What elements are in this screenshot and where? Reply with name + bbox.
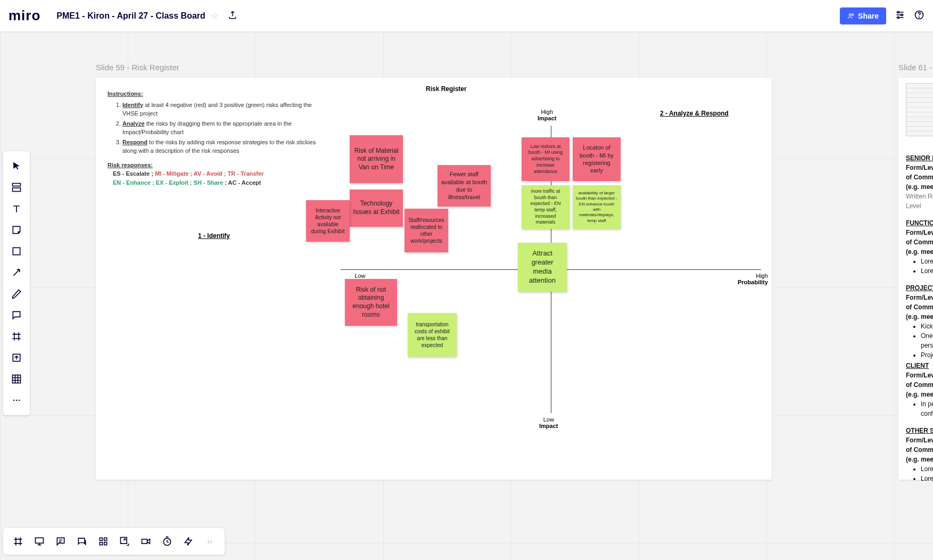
svg-point-3 xyxy=(901,14,903,15)
chat-icon[interactable] xyxy=(71,531,93,552)
cursor-tool[interactable] xyxy=(6,155,27,177)
svg-point-4 xyxy=(897,17,899,18)
svg-rect-11 xyxy=(13,375,21,383)
sticky-media[interactable]: Attract greater media attention xyxy=(518,243,567,292)
sticky-tech[interactable]: Technology Issues at Exhibit xyxy=(350,190,403,227)
sticky-hotel[interactable]: Risk of not obtaining enough hotel rooms xyxy=(345,279,397,326)
svg-rect-15 xyxy=(36,538,44,543)
identify-label: 1 - Identify xyxy=(198,232,230,240)
instruction-1: Identify at least 4 negative (red) and 3… xyxy=(122,101,320,118)
svg-point-14 xyxy=(19,400,20,401)
table-tool[interactable] xyxy=(6,368,27,390)
svg-point-0 xyxy=(849,13,852,15)
instruction-2: Analyze the risks by dragging them to th… xyxy=(122,119,320,137)
low-impact-label: LowImpact xyxy=(539,416,558,429)
analyze-label: 2 - Analyze & Respond xyxy=(660,110,729,117)
present-icon[interactable] xyxy=(29,531,50,552)
svg-rect-21 xyxy=(142,539,147,543)
svg-rect-7 xyxy=(13,184,21,186)
sticky-interactive[interactable]: Interactive Activity not available durin… xyxy=(306,200,350,242)
svg-rect-16 xyxy=(100,538,102,540)
arrow-tool[interactable] xyxy=(6,262,27,283)
comment-tool[interactable] xyxy=(6,304,27,326)
screenshare-icon[interactable] xyxy=(114,531,135,552)
svg-rect-9 xyxy=(13,248,20,254)
header-right: Share xyxy=(840,7,924,24)
text-tool[interactable] xyxy=(6,198,27,219)
more-tools[interactable] xyxy=(6,390,27,411)
svg-rect-19 xyxy=(104,542,107,545)
slide61-thumb xyxy=(906,83,933,136)
canvas[interactable]: Slide 59 - Risk Register Slide 61 - C Ri… xyxy=(0,32,933,560)
slide-title: Risk Register xyxy=(426,85,467,93)
settings-icon[interactable] xyxy=(895,10,905,22)
help-icon[interactable] xyxy=(914,10,924,22)
sticky-location[interactable]: Locaton of booth - MI by registering ear… xyxy=(573,137,621,181)
instructions-heading: Instructions: xyxy=(108,90,143,97)
sticky-low-visitors[interactable]: Low visitors at booth - MI using adverti… xyxy=(522,137,569,181)
board-title[interactable]: PME1 - Kiron - April 27 - Class Board xyxy=(56,11,205,21)
sticky-traffic[interactable]: more traffic at booth than expected - EN… xyxy=(522,185,569,229)
pen-tool[interactable] xyxy=(6,283,27,304)
share-button[interactable]: Share xyxy=(840,7,886,24)
svg-rect-18 xyxy=(100,542,102,545)
responses-heading: Risk responses: xyxy=(108,162,153,168)
bottom-toolbar: ‹‹ xyxy=(3,528,225,555)
svg-point-12 xyxy=(13,400,15,401)
slide-59-frame[interactable]: Risk Register Instructions: Identify at … xyxy=(96,78,772,480)
svg-point-6 xyxy=(919,17,920,17)
sticky-material[interactable]: Risk of Material not arriving in Van on … xyxy=(350,135,403,183)
app-header: miro PME1 - Kiron - April 27 - Class Boa… xyxy=(0,0,933,32)
export-icon[interactable] xyxy=(228,10,237,22)
comments-panel[interactable] xyxy=(50,531,71,552)
high-prob-label: HighProbability xyxy=(738,273,768,285)
slide-61-frame[interactable]: SENIOR M Form/Lev of Commu (e.g. meet Wr… xyxy=(898,78,933,480)
sticky-realloc[interactable]: Staff/resources reallocated to other wor… xyxy=(404,209,448,252)
instructions-block: Instructions: Identify at least 4 negati… xyxy=(108,89,320,187)
high-impact-label: HighImpact xyxy=(538,109,556,121)
sticky-staff[interactable]: Fewer staff available at booth due to il… xyxy=(437,165,491,207)
frames-panel[interactable] xyxy=(7,531,29,552)
voting-icon[interactable] xyxy=(178,531,199,552)
star-icon[interactable]: ☆ xyxy=(211,11,218,21)
cards-icon[interactable] xyxy=(93,531,114,552)
svg-rect-8 xyxy=(13,188,21,192)
sticky-tool[interactable] xyxy=(6,219,27,241)
frame-tool[interactable] xyxy=(6,326,27,347)
slide61-content: SENIOR M Form/Lev of Commu (e.g. meet Wr… xyxy=(906,146,933,483)
slide-61-label: Slide 61 - C xyxy=(898,63,933,72)
instruction-3: Respond to the risks by adding risk resp… xyxy=(122,138,320,155)
svg-point-2 xyxy=(897,11,899,13)
left-toolbar xyxy=(3,151,30,415)
svg-rect-17 xyxy=(104,538,107,540)
collapse-icon[interactable]: ‹‹ xyxy=(199,531,220,552)
timer-icon[interactable] xyxy=(156,531,178,552)
svg-point-1 xyxy=(852,13,854,15)
sticky-transport[interactable]: transportation costs of exhibit are less… xyxy=(408,313,457,357)
shape-tool[interactable] xyxy=(6,241,27,262)
video-icon[interactable] xyxy=(135,531,156,552)
miro-logo: miro xyxy=(9,7,40,24)
svg-point-13 xyxy=(16,400,18,401)
slide-59-label: Slide 59 - Risk Register xyxy=(96,63,179,72)
svg-rect-20 xyxy=(121,538,127,544)
share-label: Share xyxy=(858,12,879,20)
sticky-larger-booth[interactable]: availability of larger booth than expect… xyxy=(573,185,621,229)
templates-tool[interactable] xyxy=(6,177,27,198)
upload-tool[interactable] xyxy=(6,347,27,368)
